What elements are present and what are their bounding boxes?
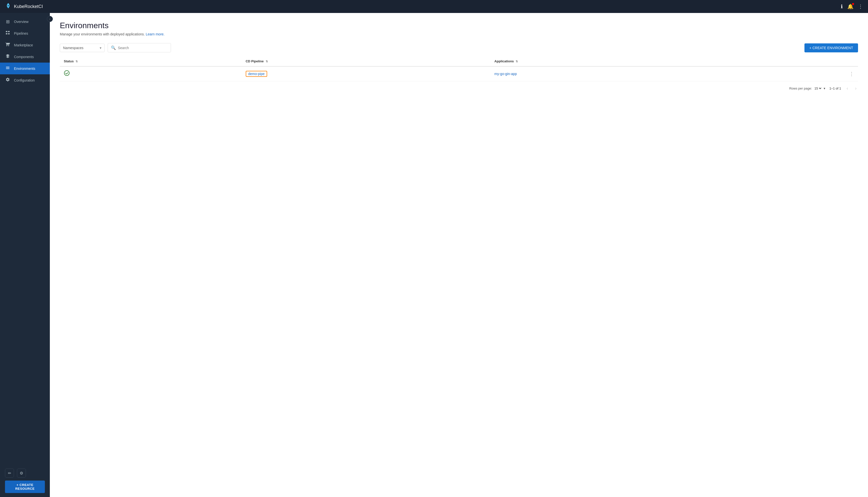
search-icon: 🔍 <box>111 45 116 50</box>
brand-icon <box>5 2 12 11</box>
table-body: demo-pipe my-go-gin-app ⋮ <box>60 66 858 81</box>
table-header: Status ⇅ CD Pipeline ⇅ Applications ⇅ <box>60 56 858 66</box>
cd-pipeline-link[interactable]: demo-pipe <box>248 72 265 76</box>
status-cell <box>60 66 242 81</box>
components-icon <box>5 54 11 60</box>
chevron-down-icon: ▾ <box>100 46 101 50</box>
svg-point-5 <box>64 71 69 75</box>
prev-page-button[interactable]: ‹ <box>845 85 850 91</box>
marketplace-icon <box>5 42 11 48</box>
toolbar: Namespaces ▾ 🔍 + CREATE ENVIRONMENT <box>60 43 858 52</box>
table-row: demo-pipe my-go-gin-app ⋮ <box>60 66 858 81</box>
sort-icon: ⇅ <box>516 60 518 63</box>
pagination: Rows per page: 15 25 50 ▾ 1–1 of 1 ‹ › <box>60 85 858 91</box>
subtitle-text: Manage your environments with deployed a… <box>60 32 145 36</box>
more-icon: ⋮ <box>858 4 863 9</box>
settings-icon-button[interactable]: ⚙ <box>17 469 26 478</box>
overview-icon: ⊞ <box>5 19 11 25</box>
sidebar-item-label: Components <box>14 55 34 59</box>
sidebar-nav: ⊞ Overview Pipelines Marketpl <box>0 13 50 465</box>
notification-dot <box>852 3 854 5</box>
svg-point-0 <box>8 5 9 6</box>
sidebar-item-marketplace[interactable]: Marketplace <box>0 39 50 51</box>
brand: KubeRocketCI <box>5 2 841 11</box>
page-info: 1–1 of 1 <box>829 87 841 90</box>
edit-icon-button[interactable]: ✏ <box>5 469 14 478</box>
notification-button[interactable]: 🔔 <box>847 3 854 10</box>
search-box: 🔍 <box>108 43 171 52</box>
learn-more-link[interactable]: Learn more. <box>146 32 164 36</box>
search-input[interactable] <box>118 46 168 50</box>
sidebar: ‹ ⊞ Overview Pipelines <box>0 13 50 497</box>
namespace-label: Namespaces <box>63 46 84 50</box>
sidebar-item-pipelines[interactable]: Pipelines <box>0 27 50 39</box>
sidebar-item-label: Overview <box>14 20 28 24</box>
info-icon: ℹ <box>841 4 843 9</box>
content-area: Environments Manage your environments wi… <box>50 13 868 497</box>
brand-name: KubeRocketCI <box>14 4 43 9</box>
chevron-down-icon: ▾ <box>824 87 825 90</box>
svg-rect-4 <box>8 33 10 34</box>
main-layout: ‹ ⊞ Overview Pipelines <box>0 13 868 497</box>
row-menu-button[interactable]: ⋮ <box>849 71 854 77</box>
cd-pipeline-cell: demo-pipe <box>242 66 490 81</box>
status-ok-icon <box>64 71 70 77</box>
svg-rect-3 <box>6 33 8 34</box>
rows-per-page-select[interactable]: 15 25 50 <box>813 86 822 90</box>
next-page-button[interactable]: › <box>854 85 858 91</box>
rows-per-page-label: Rows per page: <box>789 87 812 90</box>
create-resource-label: + CREATE RESOURCE <box>9 483 41 491</box>
applications-col-label: Applications <box>495 59 514 63</box>
environments-table: Status ⇅ CD Pipeline ⇅ Applications ⇅ <box>60 56 858 81</box>
page-title: Environments <box>60 21 858 30</box>
row-actions-cell: ⋮ <box>751 66 858 81</box>
navbar: KubeRocketCI ℹ 🔔 ⋮ <box>0 0 868 13</box>
configuration-icon <box>5 77 11 83</box>
sidebar-collapse-button[interactable]: ‹ <box>47 16 53 22</box>
sidebar-item-components[interactable]: Components <box>0 51 50 62</box>
svg-rect-2 <box>8 31 10 32</box>
sidebar-item-label: Marketplace <box>14 43 33 47</box>
create-environment-button[interactable]: + CREATE ENVIRONMENT <box>805 43 858 52</box>
toolbar-left: Namespaces ▾ 🔍 <box>60 43 171 52</box>
sort-icon: ⇅ <box>266 60 268 63</box>
sidebar-item-overview[interactable]: ⊞ Overview <box>0 16 50 27</box>
create-env-label: + CREATE ENVIRONMENT <box>809 46 853 50</box>
svg-rect-1 <box>6 31 8 32</box>
sidebar-item-label: Pipelines <box>14 31 28 36</box>
cd-pipeline-col-label: CD Pipeline <box>246 59 264 63</box>
column-actions <box>751 56 858 66</box>
page-subtitle: Manage your environments with deployed a… <box>60 32 858 36</box>
rows-per-page: Rows per page: 15 25 50 ▾ <box>789 86 825 90</box>
column-status: Status ⇅ <box>60 56 242 66</box>
edit-icon: ✏ <box>8 471 11 475</box>
sidebar-bottom-icons: ✏ ⚙ <box>5 469 45 478</box>
column-applications: Applications ⇅ <box>490 56 751 66</box>
info-button[interactable]: ℹ <box>841 3 843 10</box>
sidebar-bottom: ✏ ⚙ + CREATE RESOURCE <box>0 465 50 497</box>
sidebar-item-configuration[interactable]: Configuration <box>0 74 50 86</box>
sidebar-item-environments[interactable]: Environments <box>0 62 50 74</box>
column-cd-pipeline: CD Pipeline ⇅ <box>242 56 490 66</box>
environments-icon <box>5 66 11 71</box>
sidebar-item-label: Configuration <box>14 78 35 82</box>
create-resource-button[interactable]: + CREATE RESOURCE <box>5 481 45 493</box>
more-menu-button[interactable]: ⋮ <box>858 3 863 10</box>
collapse-icon: ‹ <box>49 17 50 20</box>
application-link[interactable]: my-go-gin-app <box>495 72 517 76</box>
namespace-select[interactable]: Namespaces ▾ <box>60 44 105 52</box>
applications-cell: my-go-gin-app <box>490 66 751 81</box>
pipelines-icon <box>5 30 11 36</box>
status-col-label: Status <box>64 59 74 63</box>
sort-icon: ⇅ <box>75 60 78 63</box>
sidebar-item-label: Environments <box>14 67 35 71</box>
settings-icon: ⚙ <box>20 471 23 475</box>
navbar-actions: ℹ 🔔 ⋮ <box>841 3 863 10</box>
